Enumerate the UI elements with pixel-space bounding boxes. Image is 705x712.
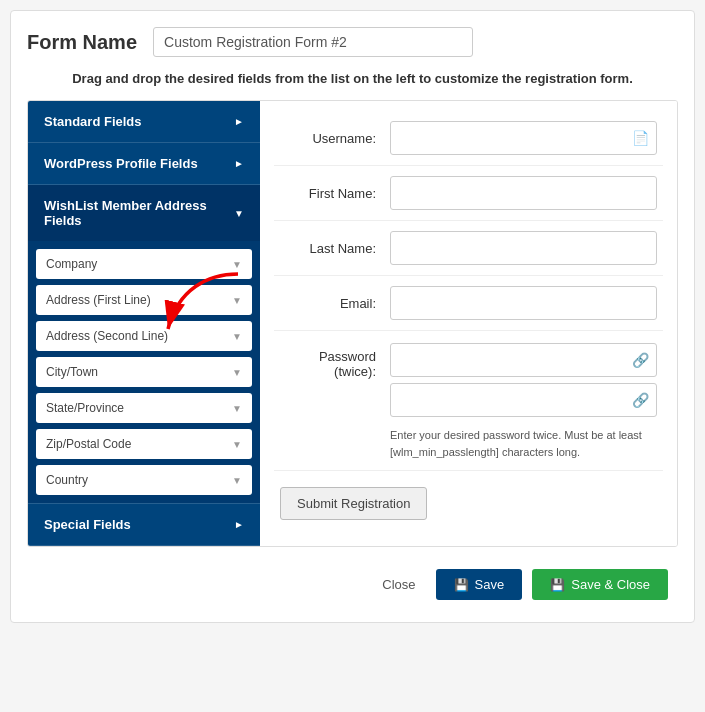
password1-input-wrapper: 🔗 [390, 343, 657, 377]
field-item-state-label: State/Province [46, 401, 124, 415]
wishlist-fields-label: WishList Member Address Fields [44, 198, 234, 228]
field-item-zip-label: Zip/Postal Code [46, 437, 131, 451]
sidebar-section-standard: Standard Fields ► [28, 101, 260, 143]
sidebar-section-wordpress: WordPress Profile Fields ► [28, 143, 260, 185]
save-button[interactable]: 💾 Save [436, 569, 523, 600]
field-dropdown-icon: ▼ [232, 259, 242, 270]
username-input[interactable] [390, 121, 657, 155]
username-row: Username: 📄 [274, 111, 663, 166]
submit-row: Submit Registration [274, 471, 663, 536]
field-item-company-label: Company [46, 257, 97, 271]
field-dropdown-icon: ▼ [232, 367, 242, 378]
footer-bar: Close 💾 Save 💾 Save & Close [27, 557, 678, 606]
field-dropdown-icon: ▼ [232, 439, 242, 450]
field-item-company[interactable]: Company ▼ [36, 249, 252, 279]
form-area: Username: 📄 First Name: Last Name: [260, 101, 677, 546]
wordpress-fields-header[interactable]: WordPress Profile Fields ► [28, 143, 260, 184]
password-hint: Enter your desired password twice. Must … [390, 427, 657, 460]
password-inputs: 🔗 🔗 Enter your desired password twice. M… [390, 343, 657, 460]
save-icon: 💾 [454, 578, 469, 592]
field-dropdown-icon: ▼ [232, 475, 242, 486]
password2-input[interactable] [390, 383, 657, 417]
save-close-label: Save & Close [571, 577, 650, 592]
sidebar: Standard Fields ► WordPress Profile Fiel… [28, 101, 260, 546]
lastname-input-wrapper [390, 231, 657, 265]
wishlist-fields-header[interactable]: WishList Member Address Fields ▼ [28, 185, 260, 241]
sidebar-section-wishlist: WishList Member Address Fields ▼ Company… [28, 185, 260, 504]
field-item-country-label: Country [46, 473, 88, 487]
standard-fields-label: Standard Fields [44, 114, 142, 129]
standard-fields-header[interactable]: Standard Fields ► [28, 101, 260, 142]
save-close-icon: 💾 [550, 578, 565, 592]
form-name-label: Form Name [27, 31, 137, 54]
field-dropdown-icon: ▼ [232, 403, 242, 414]
firstname-row: First Name: [274, 166, 663, 221]
password-label: Password(twice): [280, 343, 390, 379]
field-dropdown-icon: ▼ [232, 331, 242, 342]
field-dropdown-icon: ▼ [232, 295, 242, 306]
field-item-city[interactable]: City/Town ▼ [36, 357, 252, 387]
email-label: Email: [280, 296, 390, 311]
username-icon: 📄 [632, 130, 649, 146]
special-fields-arrow-icon: ► [234, 519, 244, 530]
password2-icon: 🔗 [632, 392, 649, 408]
email-input-wrapper [390, 286, 657, 320]
firstname-label: First Name: [280, 186, 390, 201]
password1-icon: 🔗 [632, 352, 649, 368]
wordpress-fields-arrow-icon: ► [234, 158, 244, 169]
field-item-country[interactable]: Country ▼ [36, 465, 252, 495]
lastname-input[interactable] [390, 231, 657, 265]
save-close-button[interactable]: 💾 Save & Close [532, 569, 668, 600]
submit-registration-button[interactable]: Submit Registration [280, 487, 427, 520]
field-item-address2-label: Address (Second Line) [46, 329, 168, 343]
standard-fields-arrow-icon: ► [234, 116, 244, 127]
form-name-input[interactable] [153, 27, 473, 57]
field-item-city-label: City/Town [46, 365, 98, 379]
email-row: Email: [274, 276, 663, 331]
address-fields-list: Company ▼ Address (First Line) ▼ Address… [28, 241, 260, 503]
instruction-text: Drag and drop the desired fields from th… [27, 71, 678, 86]
firstname-input[interactable] [390, 176, 657, 210]
firstname-input-wrapper [390, 176, 657, 210]
close-button[interactable]: Close [372, 571, 425, 598]
wordpress-fields-label: WordPress Profile Fields [44, 156, 198, 171]
special-fields-header[interactable]: Special Fields ► [28, 504, 260, 545]
field-item-zip[interactable]: Zip/Postal Code ▼ [36, 429, 252, 459]
field-item-address2[interactable]: Address (Second Line) ▼ [36, 321, 252, 351]
password2-input-wrapper: 🔗 [390, 383, 657, 417]
field-item-address1-label: Address (First Line) [46, 293, 151, 307]
lastname-row: Last Name: [274, 221, 663, 276]
save-label: Save [475, 577, 505, 592]
special-fields-label: Special Fields [44, 517, 131, 532]
sidebar-section-special: Special Fields ► [28, 504, 260, 546]
email-input[interactable] [390, 286, 657, 320]
password1-input[interactable] [390, 343, 657, 377]
field-item-address1[interactable]: Address (First Line) ▼ [36, 285, 252, 315]
password-row: Password(twice): 🔗 🔗 Enter your desired … [274, 331, 663, 471]
field-item-state[interactable]: State/Province ▼ [36, 393, 252, 423]
wishlist-fields-arrow-icon: ▼ [234, 208, 244, 219]
username-input-wrapper: 📄 [390, 121, 657, 155]
lastname-label: Last Name: [280, 241, 390, 256]
username-label: Username: [280, 131, 390, 146]
